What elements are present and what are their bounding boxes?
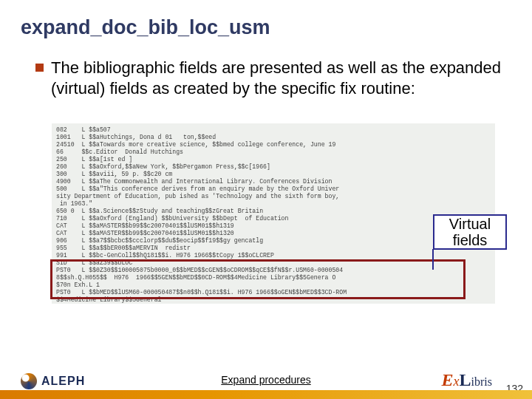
bullet-icon — [35, 64, 44, 72]
footer-bar — [0, 390, 532, 399]
callout-label: Virtual fields — [433, 214, 507, 250]
callout-text: Virtual fields — [449, 216, 491, 248]
exlibris-rest: ibris — [471, 375, 492, 389]
exlibris-e: E — [442, 370, 454, 390]
highlight-box — [50, 259, 466, 299]
callout-connector — [432, 249, 434, 270]
bullet-text: The bibliographic fields are presented a… — [51, 58, 502, 98]
exlibris-l: L — [460, 370, 471, 390]
slide: expand_doc_bib_loc_usm The bibliographic… — [0, 0, 532, 399]
bullet-row: The bibliographic fields are presented a… — [35, 58, 502, 98]
exlibris-logo: ExLibris — [442, 370, 492, 390]
slide-title: expand_doc_bib_loc_usm — [21, 16, 270, 39]
footer: ALEPH Expand procedures ExLibris 132 — [0, 364, 532, 399]
exlibris-x: x — [454, 374, 460, 389]
